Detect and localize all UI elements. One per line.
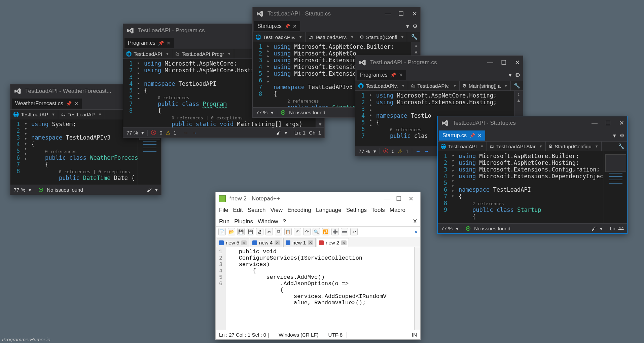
npp-status-eol[interactable]: Windows (CR LF) <box>279 332 323 338</box>
menu-file[interactable]: File <box>219 207 228 214</box>
brush-icon[interactable]: 🖌 <box>147 187 152 193</box>
nav-seg-1[interactable]: 🗂 TestLoadAPIv. ▼ <box>408 81 460 90</box>
npp-scrollbar[interactable] <box>414 247 420 330</box>
menu-run[interactable]: Run <box>219 218 229 225</box>
close-tab-icon[interactable]: ✕ <box>478 133 482 138</box>
tab-dropdown-icon[interactable]: ▾ <box>406 23 409 30</box>
menu-overflow-icon[interactable]: X <box>413 218 417 225</box>
nav-seg-0[interactable]: 🌐 TestLoadAPI ▼ <box>438 142 487 151</box>
copy-icon[interactable]: ⧉ <box>275 228 282 235</box>
close-tab-icon[interactable]: ✕ <box>74 101 78 106</box>
zoom-level[interactable]: 77 % <box>359 148 370 154</box>
menu-search[interactable]: Search <box>248 207 266 214</box>
nav-seg-0[interactable]: 🌐 TestLoadAP ▼ <box>10 110 58 119</box>
nav-forward-icon[interactable]: → <box>424 148 429 154</box>
npp-editor[interactable]: 1 2 3 4 5 6 public void ConfigureService… <box>216 247 420 330</box>
titlebar[interactable]: TestLoadAPI - Program.cs — ☐ ✕ <box>355 56 523 69</box>
nav-back-icon[interactable]: ← <box>416 148 421 154</box>
zoom-dropdown-icon[interactable]: ▾ <box>456 226 459 232</box>
pin-icon[interactable]: 📌 <box>390 72 396 78</box>
brush-icon[interactable]: 🖌 <box>592 226 597 231</box>
nav-seg-2[interactable]: ⚙ Startup(IConfigu ▼ <box>546 142 602 151</box>
tab-settings-icon[interactable]: ⚙ <box>515 72 520 79</box>
fold-column[interactable]: ▸ ▸ ▸ ▸ ▸ ▸ ▸ ▸ <box>265 42 271 107</box>
document-tab[interactable]: Program.cs 📌 ✕ <box>124 38 174 48</box>
new-file-icon[interactable]: 📄 <box>218 228 226 235</box>
brush-dropdown-icon[interactable]: ▾ <box>155 187 158 193</box>
zoom-level[interactable]: 77 % <box>14 187 25 193</box>
zoom-dropdown-icon[interactable]: ▾ <box>141 130 144 136</box>
close-button[interactable]: ✕ <box>513 59 521 66</box>
nav-seg-0[interactable]: 🌐 TestLoadAPI ▼ <box>123 49 172 59</box>
error-icon[interactable]: ⓧ <box>151 129 156 136</box>
issues-text[interactable]: No issues found <box>289 110 325 115</box>
zoom-dropdown-icon[interactable]: ▾ <box>271 110 274 116</box>
doc-tab[interactable]: new 1 ✕ <box>283 238 316 247</box>
close-button[interactable]: ✕ <box>405 195 417 202</box>
document-tab[interactable]: Startup.cs 📌 ✕ <box>254 21 300 31</box>
menu-window[interactable]: Window <box>258 218 278 225</box>
wrench-icon[interactable]: 🔧 <box>615 143 627 149</box>
zoom-level[interactable]: 77 % <box>256 110 267 115</box>
scroll-up-icon[interactable]: ▲ <box>415 49 417 54</box>
fold-column[interactable]: ▸ ▸ ▸ ▸ ▸ ▸ ▸ ▸ <box>136 59 141 127</box>
document-tab[interactable]: WeatherForecast.cs 📌 ✕ <box>12 99 82 109</box>
titlebar[interactable]: TestLoadAPI - Startup.cs — ☐ ✕ <box>438 116 627 130</box>
undo-icon[interactable]: ↶ <box>294 228 301 235</box>
zoom-dropdown-icon[interactable]: ▾ <box>373 148 376 154</box>
minimize-button[interactable]: — <box>384 10 391 17</box>
brush-icon[interactable]: 🖌 <box>276 130 281 136</box>
wrench-icon[interactable]: 🔧 <box>511 83 523 89</box>
close-tab-icon[interactable]: ✕ <box>241 240 247 245</box>
doc-tab[interactable]: new 5 ✕ <box>217 238 249 247</box>
nav-forward-icon[interactable]: → <box>192 130 197 136</box>
nav-seg-0[interactable]: 🌐 TestLoadAPIv. ▼ <box>355 81 408 90</box>
tab-dropdown-icon[interactable]: ▾ <box>509 72 512 79</box>
print-icon[interactable]: 🖨 <box>256 228 263 235</box>
save-icon[interactable]: 💾 <box>237 228 245 235</box>
npp-status-encoding[interactable]: UTF-8 <box>328 332 347 338</box>
zoom-in-icon[interactable]: ➕ <box>331 228 339 235</box>
close-tab-icon[interactable]: ✕ <box>399 72 403 78</box>
doc-tab[interactable]: new 4 ✕ <box>250 238 282 247</box>
npp-status-mode[interactable]: IN <box>412 332 417 338</box>
save-all-icon[interactable]: 💾 <box>247 228 254 235</box>
zoom-level[interactable]: 77 % <box>127 130 138 136</box>
brush-dropdown-icon[interactable]: ▾ <box>285 130 287 136</box>
close-tab-icon[interactable]: ✕ <box>275 240 280 245</box>
minimize-button[interactable]: — <box>591 119 598 127</box>
cut-icon[interactable]: ✂ <box>265 228 273 235</box>
zoom-level[interactable]: 77 % <box>441 226 453 231</box>
notepadpp-window[interactable]: *new 2 - Notepad++ — ☐ ✕ FileEditSearchV… <box>215 192 421 340</box>
close-tab-icon[interactable]: ✕ <box>293 24 297 29</box>
close-tab-icon[interactable]: ✕ <box>341 240 347 245</box>
close-button[interactable]: ✕ <box>411 10 418 17</box>
nav-back-icon[interactable]: ← <box>183 130 188 136</box>
document-tab[interactable]: Startup.cs 📌 ✕ <box>439 130 485 141</box>
document-tab[interactable]: Program.cs 📌 ✕ <box>357 70 406 80</box>
menu-?[interactable]: ? <box>283 218 286 225</box>
replace-icon[interactable]: 🔁 <box>322 228 329 235</box>
maximize-button[interactable]: ☐ <box>397 10 405 17</box>
tab-settings-icon[interactable]: ⚙ <box>619 132 624 139</box>
menu-edit[interactable]: Edit <box>233 207 243 214</box>
menu-view[interactable]: View <box>271 207 283 214</box>
menu-plugins[interactable]: Plugins <box>234 218 253 225</box>
split-icon[interactable]: ⇕ <box>415 43 417 48</box>
wrench-icon[interactable]: 🔧 <box>408 34 420 40</box>
maximize-button[interactable]: ☐ <box>393 195 405 202</box>
warning-icon[interactable]: ⚠ <box>166 130 170 136</box>
nav-seg-1[interactable]: 🗂 TestLoadAPIv. ▼ <box>306 32 357 42</box>
split-icon[interactable]: ⇕ <box>517 91 520 97</box>
pin-icon[interactable]: 📌 <box>469 133 475 138</box>
maximize-button[interactable]: ☐ <box>500 59 507 66</box>
toolbar-overflow-icon[interactable]: » <box>415 228 418 235</box>
fold-column[interactable]: ▸ ▸ ▸ ▸ ▸ ▸ ▸ ▸ <box>23 119 29 185</box>
nav-seg-2[interactable]: ⚙ Main(string[] a ▼ <box>460 81 511 90</box>
tab-settings-icon[interactable]: ⚙ <box>413 23 418 30</box>
cursor-line[interactable]: Ln: 1 <box>294 130 306 136</box>
nav-seg-0[interactable]: 🌐 TestLoadAPIv. ▼ <box>253 32 306 42</box>
code-content[interactable]: using Microsoft.AspNetCore.Builder; usin… <box>456 151 627 223</box>
menu-tools[interactable]: Tools <box>371 207 385 214</box>
npp-titlebar[interactable]: *new 2 - Notepad++ — ☐ ✕ <box>216 192 420 205</box>
